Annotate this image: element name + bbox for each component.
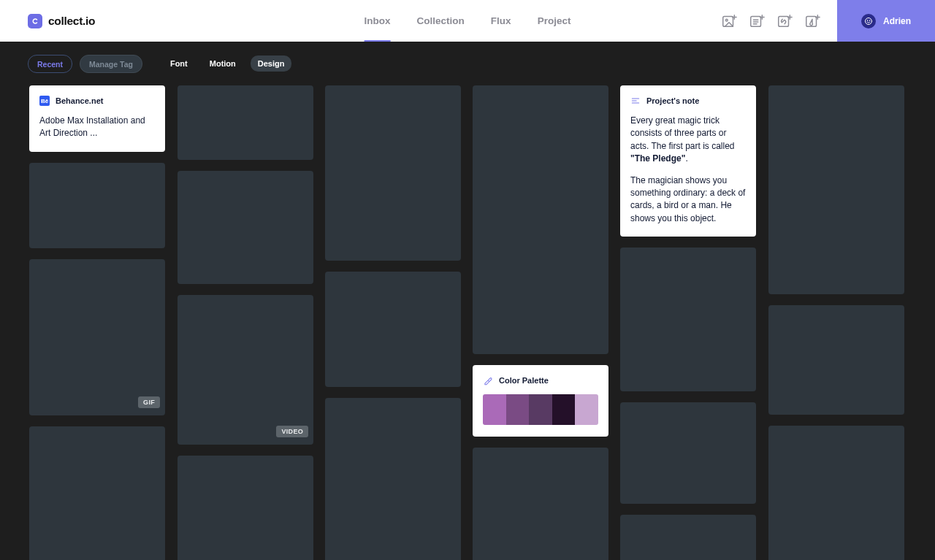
nav-label: Inbox [365,15,391,26]
image-tile[interactable] [768,305,904,415]
note-card[interactable]: Project's note Every great magic trick c… [620,85,756,237]
image-tile[interactable]: GIF [29,259,165,415]
image-tile[interactable] [620,402,756,504]
card-title: Color Palette [499,376,549,385]
nav-label: Flux [491,15,511,26]
note-strong: "The Pledge" [630,153,685,164]
card-body: Every great magic trick consists of thre… [630,115,746,225]
add-color-icon[interactable] [804,12,821,30]
note-text: The magician shows you something ordinar… [630,174,746,226]
note-text: Every great magic trick consists of thre… [630,115,735,151]
nav-collection[interactable]: Collection [417,0,465,42]
note-text: . [685,153,687,164]
app-header: collect.io Inbox Collection Flux Project… [0,0,935,42]
nav-inbox[interactable]: Inbox [365,0,391,42]
svg-point-1 [725,19,728,21]
video-badge: VIDEO [276,426,308,437]
image-tile[interactable] [620,515,756,560]
main-nav: Inbox Collection Flux Project [365,0,571,42]
image-tile[interactable] [768,426,904,560]
image-tile[interactable] [29,426,165,560]
nav-label: Project [538,15,571,26]
behance-icon: Bē [39,96,50,106]
image-tile[interactable] [325,272,461,387]
color-palette-card[interactable]: Color Palette [473,365,608,437]
card-body: Adobe Max Installation and Art Direction… [39,115,155,140]
image-tile[interactable] [473,448,608,560]
add-link-icon[interactable] [776,12,793,30]
image-tile[interactable] [178,456,313,560]
image-tile[interactable] [620,248,756,391]
user-name: Adrien [883,16,911,26]
tag-design[interactable]: Design [251,55,292,72]
add-image-icon[interactable] [720,12,738,30]
filter-recent[interactable]: Recent [28,55,72,73]
card-header: Color Palette [483,375,598,386]
card-header: Project's note [630,96,746,106]
header-actions [720,12,821,30]
tag-font[interactable]: Font [163,55,195,72]
logo-text: collect.io [48,15,95,28]
card-title: Project's note [646,96,699,105]
image-tile[interactable] [178,171,313,284]
filter-bar: Recent Manage Tag Font Motion Design [0,42,935,85]
link-card-behance[interactable]: Bē Behance.net Adobe Max Installation an… [29,85,165,152]
tag-motion[interactable]: Motion [202,55,243,72]
swatch[interactable] [529,394,552,425]
image-tile[interactable]: VIDEO [178,295,313,445]
logo[interactable]: collect.io [0,14,95,28]
gif-badge: GIF [138,396,160,408]
card-header: Bē Behance.net [39,96,155,106]
nav-flux[interactable]: Flux [491,0,511,42]
add-note-icon[interactable] [748,12,766,30]
swatch[interactable] [575,394,598,425]
svg-point-7 [869,20,870,20]
swatch[interactable] [506,394,530,425]
image-tile[interactable] [768,85,904,294]
board-column [768,85,904,560]
eyedropper-icon [483,375,493,386]
avatar-icon [861,14,876,28]
board-column: Bē Behance.net Adobe Max Installation an… [29,85,165,560]
logo-mark-icon [28,14,42,28]
image-tile[interactable] [178,85,313,160]
pill-label: Manage Tag [89,60,133,69]
nav-label: Collection [417,15,465,26]
board-column: VIDEO [178,85,313,560]
image-tile[interactable] [325,85,461,261]
user-menu[interactable]: Adrien [837,0,935,42]
nav-project[interactable]: Project [538,0,571,42]
card-source: Behance.net [56,96,103,105]
board-column: Project's note Every great magic trick c… [620,85,756,560]
note-icon [630,96,641,106]
swatch-row [483,394,598,425]
tag-label: Font [170,59,188,68]
board-column [325,85,461,560]
svg-point-5 [865,18,871,24]
filter-manage-tag[interactable]: Manage Tag [80,55,142,73]
svg-point-6 [867,20,868,20]
tag-label: Design [258,59,285,68]
pill-label: Recent [37,60,63,69]
board-column: Color Palette [473,85,608,560]
board-grid: Bē Behance.net Adobe Max Installation an… [29,85,906,560]
swatch[interactable] [483,394,506,425]
tag-label: Motion [210,59,236,68]
image-tile[interactable] [29,163,165,248]
image-tile[interactable] [473,85,608,354]
swatch[interactable] [552,394,576,425]
image-tile[interactable] [325,398,461,560]
